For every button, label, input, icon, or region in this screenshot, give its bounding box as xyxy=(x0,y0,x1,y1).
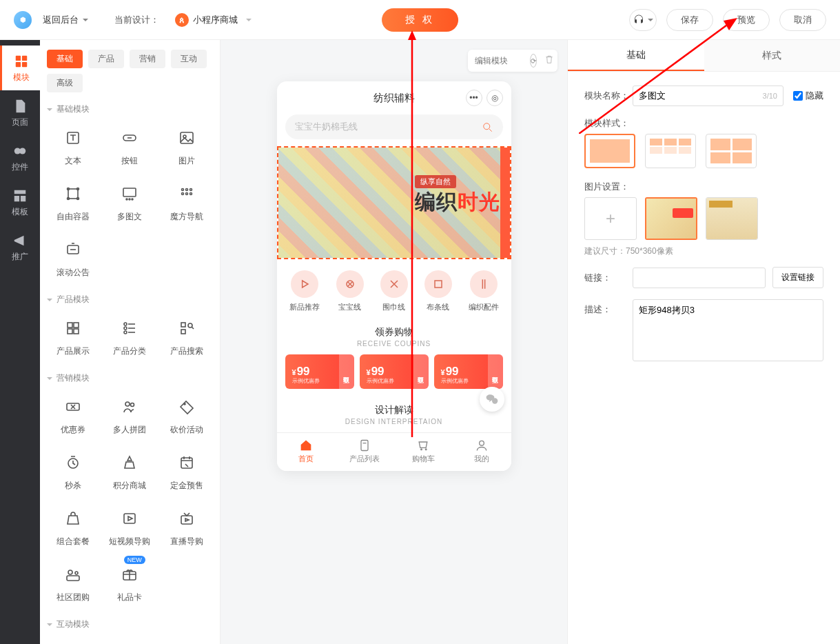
brand-logo: ⬢ xyxy=(14,11,32,29)
support-button[interactable] xyxy=(629,9,657,31)
design-select[interactable]: ጰ 小程序商城 xyxy=(165,8,262,32)
back-button[interactable]: 返回后台 xyxy=(37,11,94,29)
back-label: 返回后台 xyxy=(43,14,79,26)
current-design-label: 当前设计： xyxy=(114,14,159,26)
design-name: 小程序商城 xyxy=(193,14,238,26)
preview-button[interactable]: 预览 xyxy=(723,9,770,31)
authorize-button[interactable]: 授 权 xyxy=(382,8,459,32)
top-bar: ⬢ 返回后台 当前设计： ጰ 小程序商城 授 权 保存 预览 取消 xyxy=(0,0,840,40)
miniprogram-icon: ጰ xyxy=(175,13,189,27)
top-right-actions: 保存 预览 取消 xyxy=(629,9,826,31)
cancel-button[interactable]: 取消 xyxy=(779,9,826,31)
save-button[interactable]: 保存 xyxy=(666,9,713,31)
headset-icon xyxy=(633,14,645,26)
